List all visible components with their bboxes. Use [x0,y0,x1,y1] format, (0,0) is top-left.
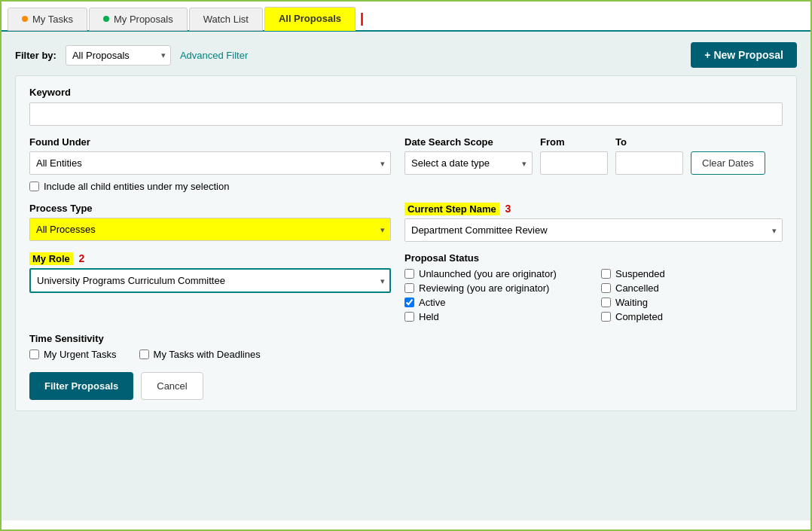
process-step-row: Process Type All Processes Current Step … [29,203,783,242]
include-child-label: Include all child entities under my sele… [44,181,229,192]
process-type-wrapper: All Processes [29,218,391,241]
new-proposal-button[interactable]: + New Proposal [691,42,797,68]
my-tasks-dot-icon [22,16,28,22]
date-to-input[interactable] [615,151,683,175]
tab-watch-list[interactable]: Watch List [189,8,263,31]
time-sens-checkbox-urgent[interactable] [29,349,39,359]
clear-dates-button[interactable]: Clear Dates [691,151,765,175]
main-content: Filter by: All Proposals Advanced Filter… [2,32,810,520]
date-to-label: To [615,136,683,148]
status-label-completed: Completed [615,311,663,322]
status-checkbox-reviewing[interactable] [404,283,414,293]
status-item-reviewing: Reviewing (you are originator) [404,282,586,294]
found-under-wrapper: All Entities [29,151,391,175]
date-from-field: From [540,136,608,175]
status-item-cancelled: Cancelled [601,282,783,294]
proposal-status-col: Proposal Status Unlaunched (you are orig… [404,252,783,322]
status-label-reviewing: Reviewing (you are originator) [419,282,549,294]
tab-all-proposals-label: All Proposals [279,13,341,24]
status-label-active: Active [419,297,445,308]
tab-all-proposals[interactable]: All Proposals [264,7,356,31]
found-under-label: Found Under [29,136,391,148]
date-scope-label: Date Search Scope [404,136,533,148]
tabs-bar: My Tasks My Proposals Watch List All Pro… [2,2,810,32]
status-checkbox-completed[interactable] [601,312,611,322]
filter-by-row: Filter by: All Proposals Advanced Filter… [15,42,797,68]
time-sensitivity-label: Time Sensitivity [29,333,391,344]
status-checkbox-held[interactable] [404,312,414,322]
keyword-input[interactable] [29,102,783,126]
time-sens-item-urgent: My Urgent Tasks [29,349,117,360]
date-from-label: From [540,136,608,148]
filter-dropdown-wrapper: All Proposals [66,45,171,66]
filter-proposals-button[interactable]: Filter Proposals [29,372,133,400]
status-item-held: Held [404,311,586,322]
current-step-wrapper: Department Committee Review [404,218,783,242]
my-role-select[interactable]: University Programs Curriculum Committee [29,268,391,293]
status-label-held: Held [419,311,439,322]
my-role-label: My Role 2 [29,252,391,264]
status-checkbox-waiting[interactable] [601,298,611,307]
time-sens-label-urgent: My Urgent Tasks [44,349,117,360]
process-type-col: Process Type All Processes [29,203,391,242]
status-checkbox-cancelled[interactable] [601,283,611,293]
tab-my-proposals[interactable]: My Proposals [89,8,188,31]
proposal-status-label: Proposal Status [404,252,783,264]
current-step-highlight: Current Step Name [404,203,499,215]
status-item-active: Active [404,297,586,308]
keyword-label: Keyword [29,87,783,98]
current-step-badge: 3 [505,203,511,215]
status-item-suspended: Suspended [601,268,783,279]
time-sensitivity-items: My Urgent TasksMy Tasks with Deadlines [29,349,391,360]
filter-section-panel: Keyword Found Under All Entities Date Se… [15,75,797,411]
date-from-input[interactable] [540,151,608,175]
my-role-col: My Role 2 University Programs Curriculum… [29,252,391,322]
status-checkbox-active[interactable] [404,298,414,307]
date-scope-wrapper: Select a date type [404,151,533,175]
tab-watch-list-label: Watch List [203,14,249,25]
current-step-col: Current Step Name 3 Department Committee… [404,203,783,242]
found-under-group: Found Under All Entities [29,136,391,175]
status-item-unlaunched: Unlaunched (you are originator) [404,268,586,279]
action-buttons: Filter Proposals Cancel [29,372,783,400]
current-step-label: Current Step Name 3 [404,203,783,215]
cancel-button[interactable]: Cancel [141,372,203,400]
tab-my-tasks[interactable]: My Tasks [8,8,87,31]
status-label-cancelled: Cancelled [615,282,659,294]
current-step-select[interactable]: Department Committee Review [404,218,783,242]
process-type-label: Process Type [29,203,391,214]
tab-my-proposals-label: My Proposals [114,14,173,25]
status-item-completed: Completed [601,311,783,322]
date-to-field: To [615,136,683,175]
date-scope-field: Date Search Scope Select a date type [404,136,533,175]
filter-dropdown[interactable]: All Proposals [66,45,171,66]
time-sens-item-deadlines: My Tasks with Deadlines [139,349,261,360]
status-label-waiting: Waiting [615,297,648,308]
found-under-date-row: Found Under All Entities Date Search Sco… [29,136,783,175]
time-sensitivity-row: Time Sensitivity My Urgent TasksMy Tasks… [29,333,783,360]
proposal-status-grid: Unlaunched (you are originator)Suspended… [404,268,783,322]
date-scope-group: Date Search Scope Select a date type Fro… [404,136,783,175]
my-role-badge: 2 [78,252,84,264]
status-label-suspended: Suspended [615,268,665,279]
tab-my-tasks-label: My Tasks [32,14,73,25]
my-role-highlight: My Role [29,252,73,265]
date-scope-select[interactable]: Select a date type [404,151,533,175]
filter-by-left: Filter by: All Proposals Advanced Filter [15,45,248,66]
status-label-unlaunched: Unlaunched (you are originator) [419,268,557,279]
advanced-filter-link[interactable]: Advanced Filter [180,50,248,61]
time-sens-checkbox-deadlines[interactable] [139,349,149,359]
include-child-checkbox[interactable] [29,182,39,191]
include-child-row: Include all child entities under my sele… [29,181,783,192]
filter-by-label: Filter by: [15,50,56,61]
role-status-row: My Role 2 University Programs Curriculum… [29,252,783,322]
my-role-wrapper: University Programs Curriculum Committee [29,268,391,293]
process-type-select[interactable]: All Processes [29,218,391,241]
status-item-waiting: Waiting [601,297,783,308]
found-under-select[interactable]: All Entities [29,151,391,175]
time-sens-label-deadlines: My Tasks with Deadlines [154,349,261,360]
status-checkbox-unlaunched[interactable] [404,269,414,279]
status-checkbox-suspended[interactable] [601,269,611,279]
my-proposals-dot-icon [103,16,109,22]
time-sensitivity-col: Time Sensitivity My Urgent TasksMy Tasks… [29,333,391,360]
